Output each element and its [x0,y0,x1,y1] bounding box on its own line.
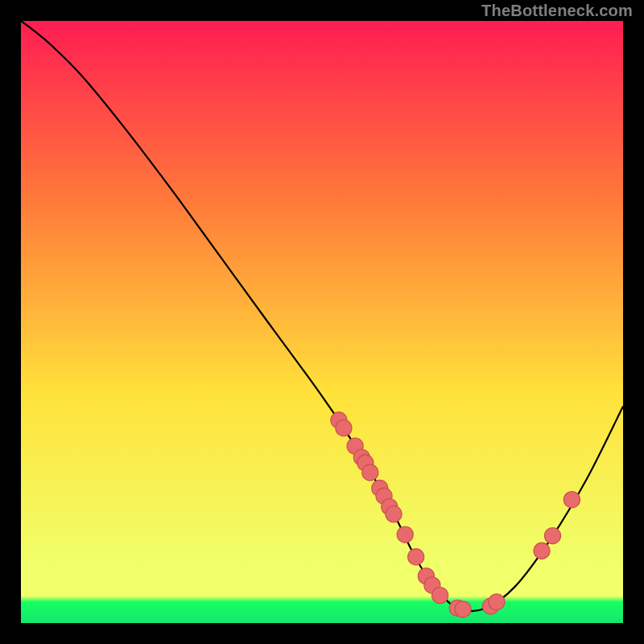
data-point [336,420,352,436]
attribution-label: TheBottleneck.com [481,2,633,20]
plot-area [21,21,623,623]
data-point [544,527,560,543]
data-point [432,587,448,603]
data-point [397,526,413,543]
chart-svg [21,21,623,623]
data-point [534,543,550,559]
data-point [489,594,505,610]
data-point [564,492,580,508]
data-point [386,506,402,522]
data-point [362,464,378,481]
data-point [455,601,471,617]
chart-frame: TheBottleneck.com [0,0,644,644]
data-point [408,549,424,565]
